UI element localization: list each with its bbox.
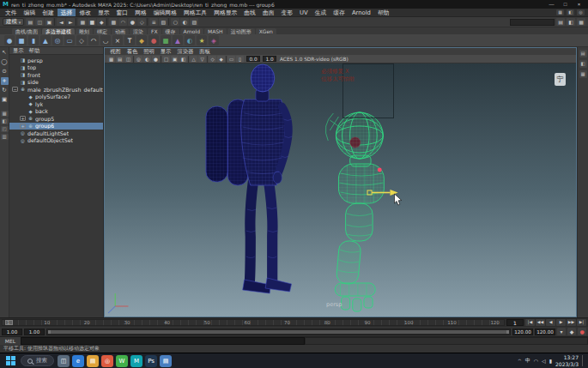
outliner-item[interactable]: + ⊕ group5 [9,115,103,123]
status-icon[interactable]: ◇ [137,18,146,26]
menu-item[interactable]: 选择 [58,9,76,16]
menu-item[interactable]: 变形 [278,9,297,16]
shelf-tool-icon[interactable]: ◎ [52,35,63,45]
outliner-item[interactable]: ◨ side [9,79,103,87]
layout-button[interactable]: ▦ [1,111,9,117]
shelf-tool-icon[interactable]: ◠ [88,35,99,45]
time-slider-track[interactable]: 1 10 20 30 40 50 60 70 80 90 [2,319,505,326]
volume-icon[interactable]: ◁ [542,358,546,364]
taskbar-app-icon[interactable]: M [130,355,142,367]
anim-end-field[interactable]: 120.00 [535,329,555,335]
playback-start-field[interactable]: 1.00 [24,329,45,335]
outliner-item[interactable]: ◨ front [9,71,103,79]
start-button[interactable] [4,355,17,367]
panel-toolbar-icon[interactable]: △ [190,56,197,63]
menu-item[interactable]: 生成 [312,9,330,16]
taskbar-app-icon[interactable]: Ps [145,355,157,367]
tray-chevron-icon[interactable]: ^ [518,358,522,364]
clock[interactable]: 13:27 2023/3/3 [555,354,579,366]
taskbar-app-icon[interactable]: ◫ [58,355,70,367]
status-icon[interactable]: ▤ [26,18,34,26]
shelf-tool-icon[interactable]: ▲ [40,35,51,45]
taskbar-app-icon[interactable]: ▤ [87,355,99,367]
viewport-canvas[interactable]: 必须修复 X 位移太可怕啦 宁 persp [105,63,576,317]
outliner-item[interactable]: ◎ defaultLightSet [9,130,103,137]
show-desktop-button[interactable] [582,355,584,366]
shelf-tool-icon[interactable]: × [112,35,123,45]
outliner-item[interactable]: ◨ top [9,64,103,72]
layout-button[interactable]: ◰ [1,126,9,132]
menu-item[interactable]: 曲线 [240,9,259,16]
anim-pref-icon[interactable]: ◆ [567,328,576,335]
status-icon[interactable]: ▨ [190,18,198,26]
network-icon[interactable]: ◠ [534,358,538,364]
menu-item[interactable]: 编辑 [21,9,39,16]
menu-item[interactable]: 网格显示 [210,9,240,16]
shelf-tool-icon[interactable]: ▲ [173,35,183,45]
expand-toggle[interactable] [12,57,18,63]
workspace-icon[interactable]: ▦ [556,9,564,15]
shelf-tab[interactable]: XGen [256,28,276,34]
shelf-tool-icon[interactable]: ◇ [76,35,87,45]
panel-toolbar-icon[interactable]: ◆ [217,56,225,63]
status-icon[interactable] [76,18,77,26]
shelf-tab[interactable]: 雕刻 [76,28,93,34]
battery-icon[interactable]: ▮ [549,358,552,364]
status-icon[interactable] [147,18,149,26]
status-icon[interactable]: ◆ [97,18,106,26]
tool-icon[interactable]: ⊙ [1,68,9,75]
snapshot-icon[interactable]: ◧ [567,9,574,15]
panel-toolbar-icon[interactable]: ● [152,56,160,63]
menu-item[interactable]: 帮助 [374,9,393,16]
panel-toolbar-icon[interactable] [226,56,227,63]
shelf-tab[interactable]: FX [148,28,161,34]
shelf-tool-icon[interactable]: T [124,35,135,45]
menu-item[interactable]: Arnold [349,9,374,16]
panel-toolbar-icon[interactable]: ▦ [107,56,115,63]
panel-toolbar-icon[interactable]: ▣ [171,56,179,63]
panel-toolbar-icon[interactable]: ▯ [236,56,244,63]
anim-pref-icon[interactable]: ▾ [557,328,566,335]
panel-toolbar-icon[interactable]: ▤ [116,56,124,63]
panel-toolbar-icon[interactable] [188,56,189,63]
menu-item[interactable]: 显示 [94,9,113,16]
status-icon[interactable] [106,18,108,26]
shelf-tool-icon[interactable]: ◐ [185,35,195,45]
shelf-tab[interactable]: Arnold [180,28,203,34]
ime-language-indicator[interactable]: 中 [525,357,530,365]
panel-toolbar-icon[interactable]: ◫ [124,56,132,63]
outliner-item[interactable]: ◨ persp [9,57,103,64]
menu-item[interactable]: 网格工具 [180,9,210,16]
shelf-tool-icon[interactable]: ▭ [64,35,75,45]
outliner-item[interactable]: ◆ polySurface7 [9,94,103,101]
transport-button[interactable]: ▶| [577,319,586,326]
transport-button[interactable]: |◀ [525,319,535,326]
shelf-tab[interactable]: 运动图形 [227,28,255,34]
taskbar-app-icon[interactable]: ▤ [160,355,172,367]
shelf-tool-icon[interactable]: ● [149,35,159,45]
status-icon[interactable] [168,18,170,26]
status-icon[interactable]: ▩ [109,18,118,26]
menu-set-dropdown[interactable]: 建模 ▾ [3,18,24,26]
shelf-tab[interactable]: 曲线/曲面 [12,28,41,34]
maximize-button[interactable]: □ [559,1,572,9]
command-mode-toggle[interactable]: MEL [0,337,21,345]
layout-button[interactable]: ◧ [1,118,9,124]
tool-icon[interactable]: + [1,77,9,85]
shelf-tab[interactable]: 多边形建模 [42,28,75,34]
sidebar-tab-icon[interactable]: ▤ [579,50,587,57]
sidebar-tab-icon[interactable]: ◧ [579,60,587,68]
outliner-item[interactable]: ◆ lyk [9,100,103,108]
layout-button[interactable]: ▥ [1,134,9,140]
panel-toolbar-icon[interactable]: ◐ [143,56,151,63]
sidebar-channelbox-icon[interactable]: ▤ [556,18,565,26]
tool-icon[interactable]: ▣ [1,96,9,104]
expand-toggle[interactable] [20,101,26,106]
transport-button[interactable]: ▶▶ [567,319,576,326]
outliner-menu[interactable]: 显示 [13,47,24,55]
expand-toggle[interactable]: + [20,124,26,129]
menu-item[interactable]: 曲面 [259,9,278,16]
range-slider-track[interactable] [46,329,511,335]
shelf-tab[interactable]: 动画 [112,28,129,34]
expand-toggle[interactable] [12,65,18,70]
